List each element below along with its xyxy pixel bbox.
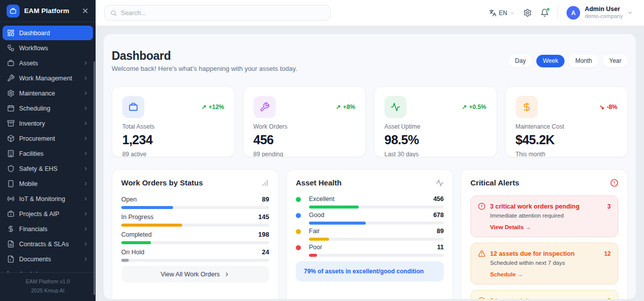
sidebar-close-button[interactable] — [82, 7, 89, 15]
progress-fill — [309, 222, 366, 225]
sidebar-item-procurement[interactable]: Procurement — [3, 131, 93, 146]
alert-title: 12 assets due for inspection — [490, 250, 600, 257]
alert-critical-work-orders[interactable]: 3 critical work orders pending 3 Immedia… — [470, 195, 618, 237]
sidebar-scrollbar[interactable] — [94, 61, 95, 295]
alert-circle-icon — [610, 179, 618, 187]
stat-value: 456 — [254, 133, 356, 147]
range-month-button[interactable]: Month — [569, 55, 598, 67]
radio-icon — [7, 195, 15, 203]
sidebar-item-scheduling[interactable]: Scheduling — [3, 101, 93, 116]
range-day-button[interactable]: Day — [509, 55, 532, 67]
trend-value: +12% — [208, 104, 224, 111]
briefcase-icon — [7, 210, 15, 218]
calendar-icon — [7, 105, 15, 112]
progress-fill — [121, 224, 182, 227]
trend-up-icon: ↗ — [201, 104, 206, 111]
search-icon — [110, 10, 117, 17]
stat-label: Work Orders — [254, 123, 356, 130]
chevron-right-icon — [83, 181, 89, 186]
shield-icon — [7, 165, 15, 172]
trend-value: -8% — [607, 104, 617, 111]
avatar: A — [567, 6, 580, 20]
sidebar-item-assets[interactable]: Assets — [3, 56, 93, 70]
button-label: View All Work Orders — [160, 271, 220, 278]
schedule-link[interactable]: Schedule → — [490, 271, 611, 277]
sidebar-item-analytics[interactable]: Analytics — [3, 267, 93, 272]
status-row-on-hold: On Hold24 — [121, 248, 269, 262]
chevron-right-icon — [83, 211, 89, 217]
smartphone-icon — [7, 180, 15, 187]
progress-track — [121, 259, 269, 262]
sidebar-item-maintenance[interactable]: Maintenance — [3, 86, 93, 101]
sidebar-item-work-management[interactable]: Work Management — [3, 71, 93, 85]
stat-value: 98.5% — [384, 133, 487, 147]
health-label: Poor — [309, 244, 322, 251]
stat-value: $45.2K — [516, 133, 618, 147]
alert-assets-due-inspection[interactable]: 12 assets due for inspection 12 Schedule… — [470, 243, 618, 284]
sidebar-item-label: Inventory — [19, 120, 45, 127]
panel-title: Asset Health — [296, 178, 342, 187]
sidebar-item-inventory[interactable]: Inventory — [3, 116, 93, 131]
stat-card-total-assets: ↗ +12% Total Assets 1,234 89 active — [112, 86, 235, 157]
health-value: 456 — [433, 195, 444, 203]
progress-track — [121, 224, 269, 227]
trend-badge: ↗ +12% — [201, 104, 224, 111]
sidebar: EAM Platform Dashboard Workflows Assets — [0, 0, 96, 301]
page-subtitle: Welcome back! Here's what's happening wi… — [112, 65, 297, 72]
building-icon — [7, 150, 15, 157]
settings-button[interactable] — [523, 9, 532, 17]
stat-label: Maintenance Cost — [516, 123, 618, 130]
trend-badge: ↗ +0.5% — [462, 104, 486, 111]
sidebar-item-safety-ehs[interactable]: Safety & EHS — [3, 161, 93, 176]
status-label: Open — [121, 196, 137, 203]
sidebar-item-dashboard[interactable]: Dashboard — [3, 26, 93, 40]
app-window: EAM Platform Dashboard Workflows Assets — [0, 0, 644, 301]
time-range-switcher: Day Week Month Year — [509, 55, 628, 67]
range-year-button[interactable]: Year — [603, 55, 628, 67]
range-week-button[interactable]: Week — [536, 55, 565, 67]
briefcase-icon — [122, 96, 144, 118]
main-area: EN A Admin User demo-company — [96, 0, 644, 301]
sidebar-item-contracts-slas[interactable]: Contracts & SLAs — [3, 237, 93, 251]
sidebar-item-documents[interactable]: Documents — [3, 252, 93, 266]
trend-badge: ↘ -8% — [600, 104, 617, 111]
file-icon — [7, 255, 15, 263]
alert-title: 3 critical work orders pending — [490, 203, 603, 210]
sidebar-item-label: Safety & EHS — [19, 165, 57, 172]
view-details-link[interactable]: View Details → — [490, 224, 611, 230]
progress-fill — [309, 206, 359, 209]
chevron-right-icon — [83, 106, 89, 111]
sidebar-item-label: Procurement — [19, 135, 55, 142]
chevron-right-icon — [83, 151, 89, 156]
sidebar-item-workflows[interactable]: Workflows — [3, 41, 93, 55]
status-value: 24 — [262, 248, 269, 256]
view-all-work-orders-button[interactable]: View All Work Orders — [121, 266, 269, 282]
sidebar-item-facilities[interactable]: Facilities — [3, 146, 93, 161]
notifications-button[interactable] — [540, 9, 549, 17]
health-row-good: Good678 — [296, 212, 444, 225]
search-input[interactable] — [121, 10, 325, 17]
sidebar-item-label: IoT & Monitoring — [19, 195, 65, 203]
sidebar-item-financials[interactable]: Financials — [3, 222, 93, 236]
sidebar-item-mobile[interactable]: Mobile — [3, 176, 93, 191]
panel-title: Critical Alerts — [470, 178, 519, 187]
user-menu[interactable]: A Admin User demo-company — [567, 6, 633, 20]
status-value: 198 — [258, 231, 269, 238]
stat-subtext: This month — [516, 151, 618, 157]
language-selector[interactable]: EN — [489, 9, 515, 17]
page-title: Dashboard — [112, 49, 297, 63]
alert-low-stock-items[interactable]: 5 low stock items 5 Critical spare parts… — [470, 290, 618, 299]
sidebar-item-iot-monitoring[interactable]: IoT & Monitoring — [3, 191, 93, 206]
health-value: 678 — [433, 212, 444, 219]
health-row-fair: Fair89 — [296, 228, 444, 241]
panel-title: Work Orders by Status — [121, 178, 203, 187]
stat-label: Asset Uptime — [384, 123, 487, 130]
alert-count-badge: 12 — [604, 250, 611, 257]
search-box[interactable] — [104, 5, 331, 21]
health-row-poor: Poor11 — [296, 244, 444, 257]
sidebar-item-projects-aip[interactable]: Projects & AIP — [3, 207, 93, 221]
trend-value: +8% — [343, 104, 355, 111]
languages-icon — [489, 9, 497, 17]
status-dot — [296, 245, 301, 250]
chevron-right-icon — [83, 256, 89, 262]
